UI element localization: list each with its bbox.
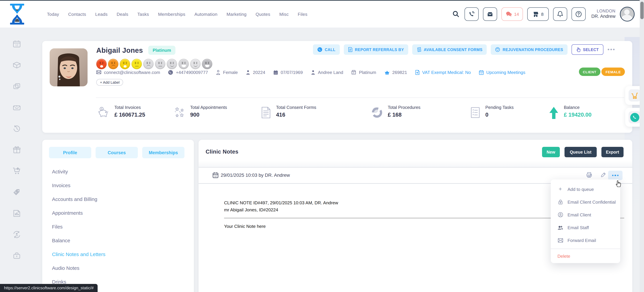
sidebar-menu-item[interactable]: Accounts and Billing xyxy=(42,192,194,206)
scrollbar-thumb[interactable] xyxy=(640,2,644,19)
menu-item-add-to-queue[interactable]: + Add to queue xyxy=(551,183,620,196)
nav-item[interactable]: Tasks xyxy=(137,12,149,17)
user-block[interactable]: LONDON DR. Andrew xyxy=(591,9,616,20)
report-icon xyxy=(348,47,352,52)
donut-chart-icon xyxy=(371,106,384,119)
nav-item[interactable]: Memberships xyxy=(158,12,185,17)
menu-item-email-staff[interactable]: Email Staff xyxy=(551,221,620,234)
nav-item[interactable]: Deals xyxy=(117,12,128,17)
mood-face[interactable] xyxy=(167,59,177,69)
profile-sidebar-card: Profile Courses Memberships Activity Inv… xyxy=(42,140,194,292)
tab-courses[interactable]: Courses xyxy=(96,147,138,158)
patient-name: Abigail Jones xyxy=(96,46,143,54)
sidebar-tabs: Profile Courses Memberships xyxy=(49,147,184,158)
copy-icon[interactable] xyxy=(12,82,21,91)
vat-exempt-link[interactable]: VAT Exempt Medical: No xyxy=(415,70,471,75)
pointer-hand-icon xyxy=(576,47,580,52)
call-button[interactable] xyxy=(628,111,641,123)
person-sync-icon[interactable] xyxy=(12,230,21,239)
phone-field[interactable]: +447490009777 xyxy=(168,70,208,75)
person-icon xyxy=(246,70,250,75)
package-icon[interactable] xyxy=(12,61,21,70)
new-note-button[interactable]: New xyxy=(542,147,560,157)
more-actions-icon[interactable]: ••• xyxy=(608,47,616,52)
menu-item-delete[interactable]: Delete xyxy=(551,249,620,263)
note-more-button[interactable] xyxy=(608,171,622,180)
nav-item[interactable]: Today xyxy=(47,12,59,17)
call-button[interactable]: CALL xyxy=(313,44,340,55)
menu-item-forward-email[interactable]: Forward Email xyxy=(551,234,620,247)
add-label-button[interactable]: + Add Label xyxy=(96,79,123,86)
nav-item[interactable]: Contacts xyxy=(68,12,86,17)
users-icon xyxy=(558,225,563,230)
mood-face[interactable] xyxy=(190,59,200,69)
arrow-up-icon xyxy=(548,106,560,120)
sidebar-menu-item[interactable]: Audio Notes xyxy=(42,261,194,275)
header-divider xyxy=(198,167,632,168)
select-button[interactable]: SELECT xyxy=(572,44,604,55)
mood-face[interactable] xyxy=(96,59,107,69)
mood-face[interactable] xyxy=(178,59,189,69)
mood-face[interactable] xyxy=(202,59,212,69)
mood-face[interactable] xyxy=(143,59,154,69)
stat-label: Total Consent Forms xyxy=(276,105,316,110)
nav-item[interactable]: Misc xyxy=(279,12,289,17)
email-field[interactable]: connect@clinicsoftware.com xyxy=(96,70,160,75)
scrollbar-track[interactable] xyxy=(640,0,644,292)
sidebar-menu-item[interactable]: Appointments xyxy=(42,206,194,220)
history-icon[interactable] xyxy=(12,124,21,133)
gift-icon[interactable] xyxy=(12,145,21,154)
lock-case-icon[interactable] xyxy=(12,251,21,260)
sidebar-menu-item[interactable]: Clinic Notes and Letters xyxy=(42,247,194,261)
nav-item[interactable]: Files xyxy=(298,12,308,17)
inbox-button[interactable] xyxy=(483,8,497,21)
tab-profile[interactable]: Profile xyxy=(49,147,91,158)
mood-face[interactable] xyxy=(108,59,118,69)
mood-face[interactable] xyxy=(120,59,130,69)
store-button[interactable]: 8 xyxy=(527,8,549,21)
calendar-icon[interactable]: 12 xyxy=(12,40,21,48)
lock-icon xyxy=(558,199,563,205)
queue-list-button[interactable]: Queue List xyxy=(564,147,597,157)
task-list-icon xyxy=(470,106,481,119)
nav-item[interactable]: Marketing xyxy=(226,12,246,17)
mood-face[interactable] xyxy=(132,59,142,69)
menu-item-email-client-confidential[interactable]: Email Client Confidential xyxy=(551,196,620,208)
rejuvenation-icon xyxy=(495,47,500,52)
nav-item[interactable]: Quotes xyxy=(256,12,270,17)
clinicsoftware-logo[interactable] xyxy=(9,4,25,25)
pos-smile-icon[interactable] xyxy=(12,103,21,112)
nav-item[interactable]: Automation xyxy=(194,12,217,17)
consent-forms-button[interactable]: AVAILABLE CONSENT FORMS xyxy=(412,44,487,55)
help-button[interactable] xyxy=(572,8,586,21)
rejuvenation-button[interactable]: REJUVENATION PROCEDURES xyxy=(491,44,568,55)
pencil-icon[interactable] xyxy=(600,172,606,178)
mood-face[interactable] xyxy=(155,59,165,69)
menu-item-email-client[interactable]: Email Client xyxy=(551,208,620,221)
calendar-icon: 12 xyxy=(479,70,484,75)
upcoming-meetings-link[interactable]: 12 Upcoming Meetings xyxy=(479,70,525,75)
cart-icon[interactable] xyxy=(12,167,21,175)
report-icon[interactable] xyxy=(12,209,21,218)
price-tag-icon[interactable]: $ xyxy=(12,188,21,197)
sidebar-menu-item[interactable]: Files xyxy=(42,220,194,234)
report-referrals-button[interactable]: REPORT REFERRALS BY xyxy=(344,44,408,55)
notifications-button[interactable] xyxy=(553,8,567,21)
phone-button[interactable] xyxy=(464,8,479,21)
messages-button[interactable]: 14 xyxy=(502,8,523,21)
tab-memberships[interactable]: Memberships xyxy=(142,147,184,158)
sidebar-menu-item[interactable]: Invoices xyxy=(42,178,194,192)
user-avatar[interactable] xyxy=(620,7,634,22)
phone-icon xyxy=(317,47,322,52)
inbox-icon xyxy=(487,11,494,17)
export-button[interactable]: Export xyxy=(602,147,624,157)
sidebar-menu-item[interactable]: Balance xyxy=(42,234,194,247)
sidebar-menu-item[interactable]: Activity xyxy=(42,165,194,178)
cart-button[interactable] xyxy=(628,89,641,101)
patient-contact-row: connect@clinicsoftware.com +447490009777… xyxy=(96,68,525,77)
printer-icon[interactable] xyxy=(586,172,592,178)
search-icon[interactable] xyxy=(452,11,460,18)
gender-field: Female xyxy=(216,70,238,75)
nav-item[interactable]: Leads xyxy=(95,12,108,17)
stat-value: £ 160671.25 xyxy=(114,111,145,118)
